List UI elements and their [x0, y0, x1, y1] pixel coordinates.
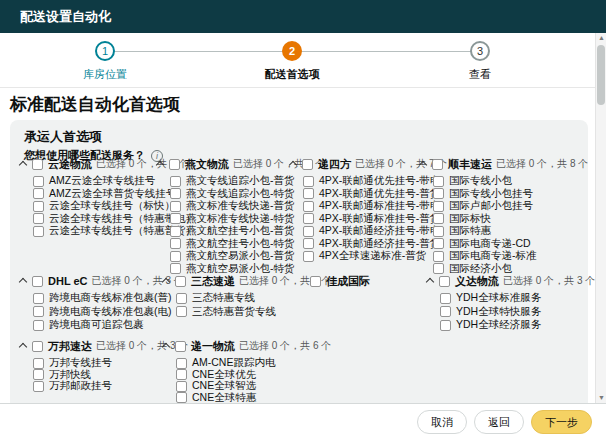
scrollbar-up-arrow-icon[interactable]: ▲ [596, 33, 606, 43]
step-2-circle[interactable]: 2 [282, 41, 302, 61]
cancel-button[interactable]: 取消 [417, 410, 467, 434]
modal-footer: 取消 返回 下一步 [0, 403, 606, 439]
carrier-group-count: 已选择 0 个，共 3 个 [503, 274, 595, 288]
step-2-label: 配送首选项 [265, 67, 320, 82]
carrier-service-option[interactable]: 三态特惠专线 [176, 291, 255, 305]
carrier-group-name: 三态速递 [191, 274, 235, 289]
service-checkbox[interactable] [33, 213, 44, 224]
step-3-circle[interactable]: 3 [470, 41, 490, 61]
service-label: 跨境电商专线标准包裹(普) [49, 291, 172, 305]
service-checkbox[interactable] [170, 176, 181, 187]
service-checkbox[interactable] [303, 176, 314, 187]
carrier-service-option[interactable]: YDH全球经济服务 [440, 318, 541, 332]
service-checkbox[interactable] [33, 226, 44, 237]
modal-title: 配送设置自动化 [20, 0, 111, 33]
carrier-service-option[interactable]: 三态特惠普货专线 [176, 305, 276, 319]
collapse-chevron-icon[interactable] [162, 278, 170, 286]
service-checkbox[interactable] [33, 176, 44, 187]
service-checkbox[interactable] [303, 226, 314, 237]
service-checkbox[interactable] [440, 293, 451, 304]
carrier-group-checkbox[interactable] [175, 276, 186, 287]
carrier-group-header: 顺丰速运 已选择 0 个，共 8 个 [420, 157, 588, 171]
service-checkbox[interactable] [440, 306, 451, 317]
carrier-group-header: DHL eC 已选择 0 个，共 3 个 [20, 274, 184, 288]
carrier-group-checkbox[interactable] [175, 341, 186, 352]
carrier-service-option[interactable]: 跨境电商专线标准包裹(普) [33, 291, 172, 305]
service-checkbox[interactable] [170, 201, 181, 212]
service-checkbox[interactable] [433, 251, 444, 262]
service-checkbox[interactable] [170, 213, 181, 224]
collapse-chevron-icon[interactable] [426, 278, 434, 286]
service-label: 4PX全球速递标准-普货 [319, 249, 426, 263]
carrier-service-option[interactable]: 跨境电商可追踪包裹 [33, 318, 144, 332]
service-checkbox[interactable] [433, 201, 444, 212]
service-checkbox[interactable] [33, 293, 44, 304]
service-checkbox[interactable] [176, 293, 187, 304]
carrier-group-name: 佳成国际 [326, 274, 370, 289]
collapse-chevron-icon[interactable] [419, 161, 427, 169]
service-checkbox[interactable] [33, 201, 44, 212]
carrier-group-checkbox[interactable] [439, 276, 450, 287]
scrollbar-thumb[interactable] [597, 45, 605, 105]
carrier-group: 义达物流 已选择 0 个，共 3 个 YDH全球标准服务 YDH全球特快服务 Y… [427, 274, 595, 292]
service-label: YDH全球标准服务 [456, 291, 541, 305]
carrier-service-option[interactable]: YDH全球特快服务 [440, 305, 541, 319]
collapse-chevron-icon[interactable] [162, 343, 170, 351]
service-checkbox[interactable] [303, 251, 314, 262]
service-label: YDH全球经济服务 [456, 318, 541, 332]
service-checkbox[interactable] [33, 306, 44, 317]
carrier-group-checkbox[interactable] [32, 276, 43, 287]
carrier-group-checkbox[interactable] [169, 159, 180, 170]
step-1-label: 库房位置 [83, 67, 127, 82]
service-label: 跨境电商可追踪包裹 [49, 318, 144, 332]
collapse-chevron-icon[interactable] [156, 161, 164, 169]
service-checkbox[interactable] [170, 238, 181, 249]
service-checkbox[interactable] [433, 213, 444, 224]
service-checkbox[interactable] [303, 213, 314, 224]
carrier-group: 三态速递 已选择 0 个，共 2 个 三态特惠专线 三态特惠普货专线 [163, 274, 331, 292]
collapse-chevron-icon[interactable] [19, 278, 27, 286]
service-checkbox[interactable] [33, 188, 44, 199]
back-button[interactable]: 返回 [474, 410, 524, 434]
service-checkbox[interactable] [33, 381, 44, 392]
service-checkbox[interactable] [433, 226, 444, 237]
carrier-service-option[interactable]: YDH全球标准服务 [440, 291, 541, 305]
carrier-group-name: DHL eC [48, 275, 88, 287]
service-checkbox[interactable] [433, 263, 444, 274]
service-checkbox[interactable] [170, 226, 181, 237]
service-checkbox[interactable] [170, 263, 181, 274]
scrollbar-down-arrow-icon[interactable]: ▼ [596, 393, 606, 403]
service-checkbox[interactable] [176, 306, 187, 317]
service-checkbox[interactable] [433, 188, 444, 199]
carrier-service-option[interactable]: 跨境电商专线标准包裹(电) [33, 305, 172, 319]
service-checkbox[interactable] [433, 176, 444, 187]
collapse-chevron-icon[interactable] [289, 161, 297, 169]
panel-title: 承运人首选项 [24, 128, 102, 146]
service-checkbox[interactable] [303, 188, 314, 199]
carrier-service-option[interactable]: 万邦邮政挂号 [33, 379, 112, 393]
service-checkbox[interactable] [170, 188, 181, 199]
carrier-group-checkbox[interactable] [310, 276, 321, 287]
service-checkbox[interactable] [170, 251, 181, 262]
carrier-group-name: 万邦速达 [48, 339, 92, 354]
carrier-group: 佳成国际 [310, 274, 370, 292]
carrier-group-checkbox[interactable] [432, 159, 443, 170]
service-checkbox[interactable] [440, 320, 451, 331]
next-button[interactable]: 下一步 [531, 410, 592, 434]
carrier-group-name: 云途物流 [48, 157, 92, 172]
service-checkbox[interactable] [303, 201, 314, 212]
collapse-chevron-icon[interactable] [19, 343, 27, 351]
service-checkbox[interactable] [33, 320, 44, 331]
carrier-group-checkbox[interactable] [302, 159, 313, 170]
wizard-stepper: 1 库房位置 2 配送首选项 3 查看 [0, 33, 595, 88]
carrier-group-checkbox[interactable] [32, 159, 43, 170]
vertical-scrollbar[interactable]: ▲ ▼ [595, 33, 606, 403]
carrier-service-option[interactable]: 4PX全球速递标准-普货 [303, 249, 426, 263]
service-label: YDH全球特快服务 [456, 305, 541, 319]
collapse-chevron-icon[interactable] [19, 161, 27, 169]
service-checkbox[interactable] [303, 238, 314, 249]
step-1-circle[interactable]: 1 [95, 41, 115, 61]
carrier-group-header: 义达物流 已选择 0 个，共 3 个 [427, 274, 595, 288]
carrier-group-checkbox[interactable] [32, 341, 43, 352]
service-checkbox[interactable] [433, 238, 444, 249]
